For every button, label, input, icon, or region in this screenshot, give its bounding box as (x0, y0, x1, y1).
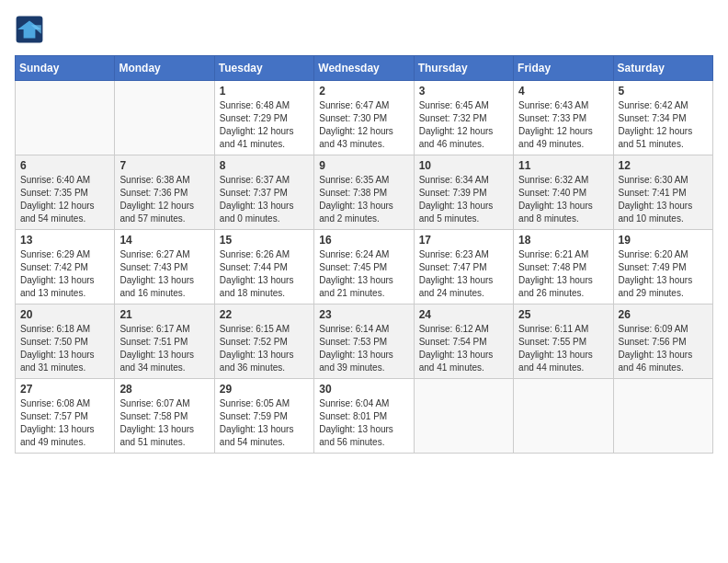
calendar-cell: 15Sunrise: 6:26 AM Sunset: 7:44 PM Dayli… (214, 230, 313, 304)
day-info: Sunrise: 6:42 AM Sunset: 7:34 PM Dayligh… (619, 99, 708, 151)
calendar-cell: 24Sunrise: 6:12 AM Sunset: 7:54 PM Dayli… (414, 304, 513, 379)
day-number: 18 (518, 234, 608, 247)
day-info: Sunrise: 6:18 AM Sunset: 7:50 PM Dayligh… (20, 323, 109, 374)
calendar-cell: 16Sunrise: 6:24 AM Sunset: 7:45 PM Dayli… (314, 230, 414, 304)
calendar-cell: 22Sunrise: 6:15 AM Sunset: 7:52 PM Dayli… (214, 304, 313, 379)
day-number: 3 (419, 85, 508, 98)
calendar-cell: 30Sunrise: 6:04 AM Sunset: 8:01 PM Dayli… (314, 379, 414, 454)
calendar-cell: 13Sunrise: 6:29 AM Sunset: 7:42 PM Dayli… (16, 230, 115, 304)
day-number: 2 (319, 85, 408, 98)
calendar-cell: 28Sunrise: 6:07 AM Sunset: 7:58 PM Dayli… (115, 379, 214, 454)
day-number: 12 (619, 159, 708, 172)
day-number: 30 (319, 383, 408, 396)
day-number: 24 (419, 308, 508, 321)
logo (15, 15, 48, 44)
day-info: Sunrise: 6:17 AM Sunset: 7:51 PM Dayligh… (119, 323, 209, 374)
calendar-cell: 14Sunrise: 6:27 AM Sunset: 7:43 PM Dayli… (115, 230, 214, 304)
day-info: Sunrise: 6:11 AM Sunset: 7:55 PM Dayligh… (518, 323, 608, 374)
calendar-cell: 9Sunrise: 6:35 AM Sunset: 7:38 PM Daylig… (314, 155, 414, 230)
weekday-header-tuesday: Tuesday (214, 56, 313, 81)
day-info: Sunrise: 6:38 AM Sunset: 7:36 PM Dayligh… (119, 174, 209, 225)
calendar-header-row: SundayMondayTuesdayWednesdayThursdayFrid… (16, 56, 713, 81)
day-info: Sunrise: 6:34 AM Sunset: 7:39 PM Dayligh… (419, 174, 508, 225)
day-info: Sunrise: 6:09 AM Sunset: 7:56 PM Dayligh… (619, 323, 708, 374)
day-number: 5 (619, 85, 708, 98)
calendar-cell: 3Sunrise: 6:45 AM Sunset: 7:32 PM Daylig… (414, 81, 513, 155)
day-number: 7 (119, 159, 209, 172)
calendar-cell: 4Sunrise: 6:43 AM Sunset: 7:33 PM Daylig… (514, 81, 613, 155)
calendar-cell: 18Sunrise: 6:21 AM Sunset: 7:48 PM Dayli… (514, 230, 613, 304)
weekday-header-sunday: Sunday (16, 56, 115, 81)
weekday-header-thursday: Thursday (414, 56, 513, 81)
day-number: 22 (220, 308, 309, 321)
calendar-week-row: 1Sunrise: 6:48 AM Sunset: 7:29 PM Daylig… (16, 81, 713, 155)
day-info: Sunrise: 6:37 AM Sunset: 7:37 PM Dayligh… (220, 174, 309, 225)
calendar-cell: 21Sunrise: 6:17 AM Sunset: 7:51 PM Dayli… (115, 304, 214, 379)
calendar-cell (414, 379, 513, 454)
calendar-week-row: 27Sunrise: 6:08 AM Sunset: 7:57 PM Dayli… (16, 379, 713, 454)
day-info: Sunrise: 6:27 AM Sunset: 7:43 PM Dayligh… (119, 248, 209, 300)
weekday-header-monday: Monday (115, 56, 214, 81)
day-info: Sunrise: 6:30 AM Sunset: 7:41 PM Dayligh… (619, 174, 708, 225)
day-number: 29 (220, 383, 309, 396)
calendar-cell: 12Sunrise: 6:30 AM Sunset: 7:41 PM Dayli… (613, 155, 712, 230)
day-info: Sunrise: 6:45 AM Sunset: 7:32 PM Dayligh… (419, 99, 508, 151)
day-info: Sunrise: 6:23 AM Sunset: 7:47 PM Dayligh… (419, 248, 508, 300)
calendar-cell (16, 81, 115, 155)
calendar-week-row: 20Sunrise: 6:18 AM Sunset: 7:50 PM Dayli… (16, 304, 713, 379)
day-number: 9 (319, 159, 408, 172)
day-info: Sunrise: 6:08 AM Sunset: 7:57 PM Dayligh… (20, 397, 109, 449)
calendar-cell (613, 379, 712, 454)
day-number: 11 (518, 159, 608, 172)
day-number: 8 (220, 159, 309, 172)
day-number: 17 (419, 234, 508, 247)
day-number: 13 (20, 234, 109, 247)
day-info: Sunrise: 6:04 AM Sunset: 8:01 PM Dayligh… (319, 397, 408, 449)
day-info: Sunrise: 6:40 AM Sunset: 7:35 PM Dayligh… (20, 174, 109, 225)
day-info: Sunrise: 6:47 AM Sunset: 7:30 PM Dayligh… (319, 99, 408, 151)
day-info: Sunrise: 6:24 AM Sunset: 7:45 PM Dayligh… (319, 248, 408, 300)
day-number: 21 (119, 308, 209, 321)
calendar-cell: 17Sunrise: 6:23 AM Sunset: 7:47 PM Dayli… (414, 230, 513, 304)
day-info: Sunrise: 6:32 AM Sunset: 7:40 PM Dayligh… (518, 174, 608, 225)
calendar-cell: 27Sunrise: 6:08 AM Sunset: 7:57 PM Dayli… (16, 379, 115, 454)
day-info: Sunrise: 6:12 AM Sunset: 7:54 PM Dayligh… (419, 323, 508, 374)
day-info: Sunrise: 6:14 AM Sunset: 7:53 PM Dayligh… (319, 323, 408, 374)
day-info: Sunrise: 6:21 AM Sunset: 7:48 PM Dayligh… (518, 248, 608, 300)
calendar-cell (115, 81, 214, 155)
day-number: 20 (20, 308, 109, 321)
calendar-cell: 25Sunrise: 6:11 AM Sunset: 7:55 PM Dayli… (514, 304, 613, 379)
day-info: Sunrise: 6:35 AM Sunset: 7:38 PM Dayligh… (319, 174, 408, 225)
calendar-cell: 20Sunrise: 6:18 AM Sunset: 7:50 PM Dayli… (16, 304, 115, 379)
day-info: Sunrise: 6:48 AM Sunset: 7:29 PM Dayligh… (220, 99, 309, 151)
day-number: 6 (20, 159, 109, 172)
calendar-cell: 11Sunrise: 6:32 AM Sunset: 7:40 PM Dayli… (514, 155, 613, 230)
day-info: Sunrise: 6:20 AM Sunset: 7:49 PM Dayligh… (619, 248, 708, 300)
calendar-cell: 1Sunrise: 6:48 AM Sunset: 7:29 PM Daylig… (214, 81, 313, 155)
weekday-header-friday: Friday (514, 56, 613, 81)
calendar-table: SundayMondayTuesdayWednesdayThursdayFrid… (15, 55, 713, 454)
page-header (15, 15, 713, 44)
day-number: 1 (220, 85, 309, 98)
day-number: 26 (619, 308, 708, 321)
calendar-cell: 2Sunrise: 6:47 AM Sunset: 7:30 PM Daylig… (314, 81, 414, 155)
day-info: Sunrise: 6:05 AM Sunset: 7:59 PM Dayligh… (220, 397, 309, 449)
calendar-week-row: 6Sunrise: 6:40 AM Sunset: 7:35 PM Daylig… (16, 155, 713, 230)
day-number: 14 (119, 234, 209, 247)
day-info: Sunrise: 6:26 AM Sunset: 7:44 PM Dayligh… (220, 248, 309, 300)
weekday-header-saturday: Saturday (613, 56, 712, 81)
day-number: 27 (20, 383, 109, 396)
day-info: Sunrise: 6:15 AM Sunset: 7:52 PM Dayligh… (220, 323, 309, 374)
day-number: 16 (319, 234, 408, 247)
calendar-cell: 6Sunrise: 6:40 AM Sunset: 7:35 PM Daylig… (16, 155, 115, 230)
day-number: 28 (119, 383, 209, 396)
calendar-cell: 7Sunrise: 6:38 AM Sunset: 7:36 PM Daylig… (115, 155, 214, 230)
calendar-cell: 23Sunrise: 6:14 AM Sunset: 7:53 PM Dayli… (314, 304, 414, 379)
day-number: 10 (419, 159, 508, 172)
day-number: 23 (319, 308, 408, 321)
day-number: 19 (619, 234, 708, 247)
calendar-cell: 5Sunrise: 6:42 AM Sunset: 7:34 PM Daylig… (613, 81, 712, 155)
day-number: 15 (220, 234, 309, 247)
day-number: 25 (518, 308, 608, 321)
calendar-week-row: 13Sunrise: 6:29 AM Sunset: 7:42 PM Dayli… (16, 230, 713, 304)
